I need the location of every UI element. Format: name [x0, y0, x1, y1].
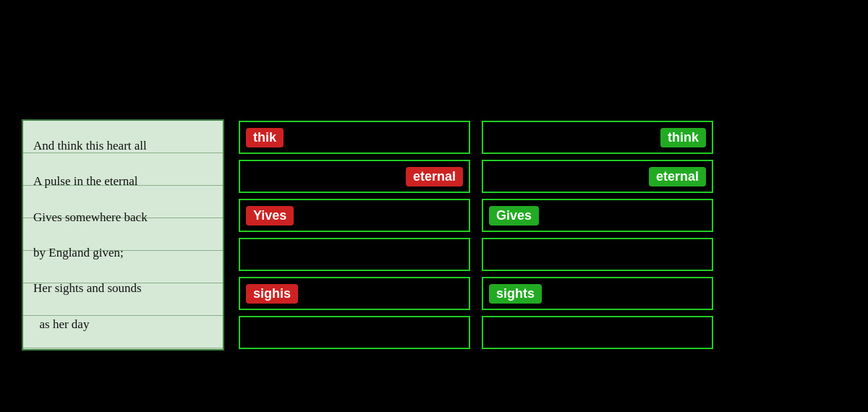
- right-row-1: think: [482, 121, 713, 154]
- right-row-3: Gives: [482, 199, 713, 232]
- left-badge-2: eternal: [406, 167, 463, 186]
- right-badge-2: eternal: [649, 167, 706, 186]
- right-row-5: sights: [482, 277, 713, 310]
- right-column: think eternal Gives sights: [482, 121, 713, 349]
- handwriting-line-4: by England given;: [33, 244, 213, 262]
- left-column: thik eternal Yives sighis: [239, 121, 470, 349]
- right-badge-1: think: [660, 128, 706, 147]
- left-row-4: [239, 238, 470, 271]
- handwriting-line-1: And think this heart all: [33, 137, 213, 155]
- left-row-5: sighis: [239, 277, 470, 310]
- columns-container: thik eternal Yives sighis think eternal: [239, 121, 713, 349]
- handwriting-panel: And think this heart all A pulse in the …: [22, 119, 224, 351]
- handwriting-line-5: Her sights and sounds: [33, 279, 213, 298]
- left-row-6: [239, 316, 470, 349]
- handwriting-line-3: Gives somewhere back: [33, 208, 213, 227]
- left-row-3: Yives: [239, 199, 470, 232]
- left-badge-5: sighis: [246, 284, 298, 304]
- left-badge-1: thik: [246, 128, 284, 147]
- right-row-6: [482, 316, 713, 349]
- left-row-1: thik: [239, 121, 470, 154]
- right-row-2: eternal: [482, 160, 713, 193]
- handwriting-line-6: as her day: [33, 315, 213, 334]
- left-badge-3: Yives: [246, 206, 294, 226]
- main-container: And think this heart all A pulse in the …: [7, 105, 728, 365]
- left-row-2: eternal: [239, 160, 470, 193]
- handwriting-line-2: A pulse in the eternal: [33, 172, 213, 191]
- right-row-4: [482, 238, 713, 271]
- right-badge-5: sights: [489, 284, 542, 304]
- right-badge-3: Gives: [489, 206, 539, 226]
